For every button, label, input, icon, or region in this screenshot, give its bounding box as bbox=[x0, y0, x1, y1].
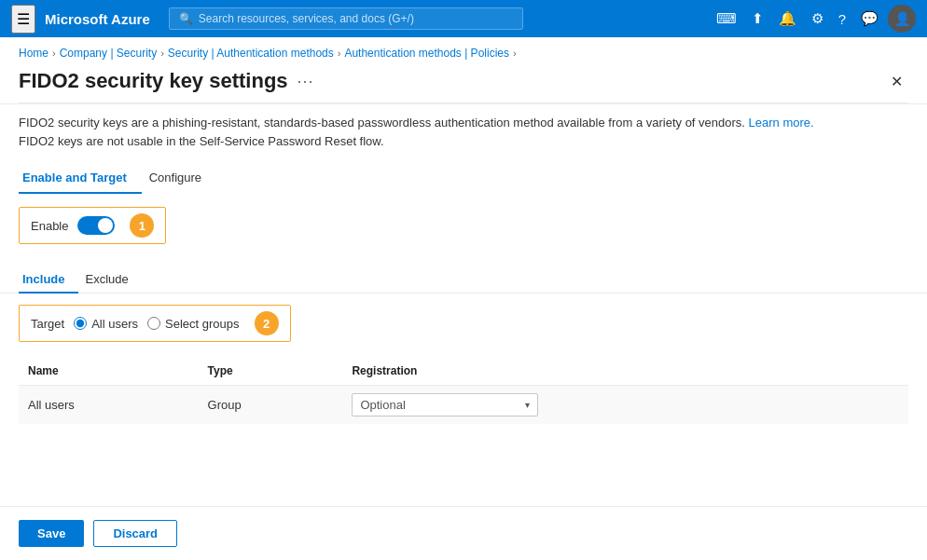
discard-button[interactable]: Discard bbox=[93, 520, 177, 547]
cloud-upload-icon[interactable]: ⬆ bbox=[746, 7, 769, 31]
breadcrumb-policies[interactable]: Authentication methods | Policies bbox=[344, 47, 509, 60]
brand-name: Microsoft Azure bbox=[45, 11, 150, 27]
top-nav-icons: ⌨ ⬆ 🔔 ⚙ ? 💬 👤 bbox=[711, 5, 916, 33]
radio-all-users-input[interactable] bbox=[74, 317, 87, 330]
gear-icon[interactable]: ⚙ bbox=[806, 7, 829, 31]
col-registration: Registration bbox=[342, 357, 908, 386]
col-name: Name bbox=[19, 357, 199, 386]
data-table: Name Type Registration All users Group O… bbox=[19, 357, 908, 424]
bottom-bar: Save Discard bbox=[0, 506, 927, 560]
subtab-exclude[interactable]: Exclude bbox=[82, 266, 142, 294]
col-type: Type bbox=[199, 357, 343, 386]
radio-all-users[interactable]: All users bbox=[74, 317, 138, 331]
breadcrumb-sep-4: › bbox=[513, 48, 517, 59]
enable-box: Enable 1 bbox=[19, 207, 166, 244]
save-button[interactable]: Save bbox=[19, 520, 84, 547]
feedback-icon[interactable]: 💬 bbox=[855, 7, 884, 31]
main-area: Home › Company | Security › Security | A… bbox=[0, 37, 927, 560]
cell-registration: Optional ▾ bbox=[342, 386, 908, 425]
description-text-2: FIDO2 keys are not usable in the Self-Se… bbox=[19, 134, 384, 148]
tab-configure[interactable]: Configure bbox=[145, 163, 216, 194]
learn-more-link[interactable]: Learn more. bbox=[749, 116, 814, 130]
breadcrumb-sep-2: › bbox=[160, 48, 164, 59]
cell-type: Group bbox=[199, 386, 343, 425]
toggle-track[interactable] bbox=[77, 216, 115, 235]
description-text-1: FIDO2 security keys are a phishing-resis… bbox=[19, 116, 745, 130]
radio-select-groups-label: Select groups bbox=[165, 317, 240, 331]
breadcrumb: Home › Company | Security › Security | A… bbox=[0, 37, 927, 63]
enable-section: Enable 1 bbox=[0, 194, 927, 257]
search-input[interactable] bbox=[199, 12, 513, 25]
description-block: FIDO2 security keys are a phishing-resis… bbox=[0, 103, 927, 163]
breadcrumb-sep-1: › bbox=[52, 48, 56, 59]
radio-all-users-label: All users bbox=[91, 317, 138, 331]
terminal-icon[interactable]: ⌨ bbox=[711, 7, 742, 31]
registration-dropdown[interactable]: Optional ▾ bbox=[352, 393, 538, 417]
step-badge-1: 1 bbox=[130, 213, 154, 238]
enable-label: Enable bbox=[31, 219, 68, 233]
breadcrumb-company-security[interactable]: Company | Security bbox=[60, 47, 158, 60]
enable-toggle[interactable] bbox=[77, 216, 115, 235]
breadcrumb-sep-3: › bbox=[338, 48, 341, 59]
breadcrumb-home[interactable]: Home bbox=[19, 47, 48, 60]
step-badge-2: 2 bbox=[255, 311, 279, 335]
search-icon: 🔍 bbox=[179, 12, 193, 25]
main-tabs: Enable and Target Configure bbox=[0, 163, 927, 194]
target-label: Target bbox=[31, 317, 64, 331]
table-row: All users Group Optional ▾ bbox=[19, 386, 908, 425]
radio-select-groups-input[interactable] bbox=[147, 317, 160, 330]
tab-enable-target[interactable]: Enable and Target bbox=[19, 163, 142, 194]
close-button[interactable]: ✕ bbox=[885, 71, 908, 92]
page-header: FIDO2 security key settings ··· ✕ bbox=[0, 63, 927, 102]
chevron-down-icon: ▾ bbox=[525, 400, 530, 410]
target-box: Target All users Select groups 2 bbox=[19, 305, 291, 342]
top-nav: ☰ Microsoft Azure 🔍 ⌨ ⬆ 🔔 ⚙ ? 💬 👤 bbox=[0, 0, 927, 37]
bell-icon[interactable]: 🔔 bbox=[773, 7, 802, 31]
hamburger-menu[interactable]: ☰ bbox=[11, 5, 35, 34]
radio-select-groups[interactable]: Select groups bbox=[147, 317, 240, 331]
avatar[interactable]: 👤 bbox=[888, 5, 916, 33]
breadcrumb-auth-methods[interactable]: Security | Authentication methods bbox=[168, 47, 334, 60]
subtab-include[interactable]: Include bbox=[19, 266, 78, 294]
cell-name: All users bbox=[19, 386, 199, 425]
table-header-row: Name Type Registration bbox=[19, 357, 908, 386]
toggle-thumb bbox=[98, 218, 113, 233]
sub-tabs: Include Exclude bbox=[0, 257, 927, 294]
search-box: 🔍 bbox=[169, 7, 523, 30]
page-title: FIDO2 security key settings bbox=[19, 69, 288, 93]
help-icon[interactable]: ? bbox=[833, 7, 851, 31]
registration-value: Optional bbox=[360, 398, 405, 412]
ellipsis-menu[interactable]: ··· bbox=[297, 72, 314, 91]
